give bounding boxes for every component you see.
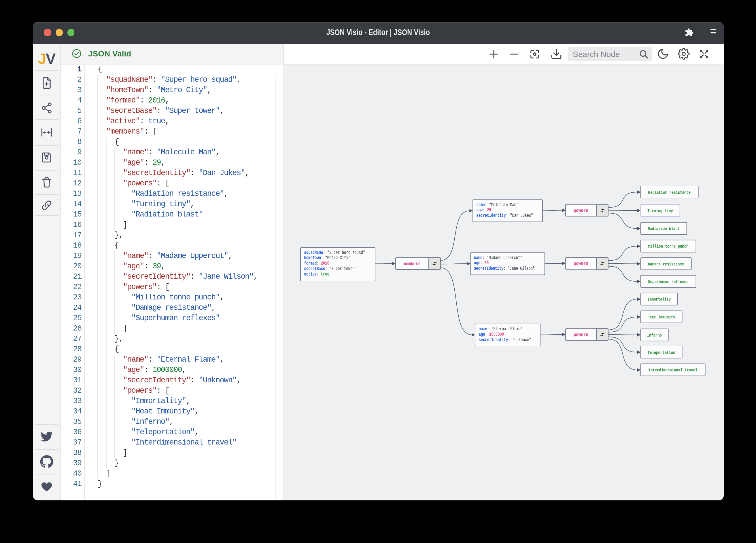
svg-text:Radiation resistance: Radiation resistance [648, 190, 691, 195]
svg-text:name: "Madame Uppercut": name: "Madame Uppercut" [474, 255, 522, 260]
svg-text:formed: 2016: formed: 2016 [304, 261, 329, 266]
svg-text:powers: powers [574, 332, 588, 337]
svg-text:age: 29: age: 29 [477, 207, 491, 213]
svg-text:Superhuman reflexes: Superhuman reflexes [648, 279, 688, 284]
svg-text:age: 1000000: age: 1000000 [479, 332, 504, 337]
svg-text:Turning tiny: Turning tiny [647, 208, 673, 213]
svg-text:Damage resistance: Damage resistance [648, 262, 684, 267]
svg-text:homeTown: "Metro City": homeTown: "Metro City" [304, 255, 350, 260]
svg-text:secretIdentity: "Dan Jukes": secretIdentity: "Dan Jukes" [477, 213, 533, 218]
svg-text:name: "Eternal Flame": name: "Eternal Flame" [479, 326, 523, 331]
svg-text:Interdimensional travel: Interdimensional travel [649, 367, 698, 372]
svg-text:secretIdentity: "Unknown": secretIdentity: "Unknown" [479, 337, 531, 342]
svg-text:Immortality: Immortality [647, 296, 671, 302]
svg-text:age: 39: age: 39 [474, 260, 489, 266]
svg-text:active: true: active: true [304, 272, 329, 277]
svg-text:members: members [403, 261, 421, 266]
svg-text:powers: powers [574, 261, 588, 266]
svg-text:Heat Immunity: Heat Immunity [648, 314, 675, 319]
svg-text:Inferno: Inferno [647, 332, 662, 338]
svg-text:squadName: "Super hero squad": squadName: "Super hero squad" [304, 250, 365, 255]
svg-text:secretIdentity: "Jane Wilson": secretIdentity: "Jane Wilson" [474, 266, 535, 271]
svg-text:name: "Molecule Man": name: "Molecule Man" [477, 202, 519, 207]
svg-text:Radiation blast: Radiation blast [648, 226, 680, 231]
svg-text:Million tonne punch: Million tonne punch [648, 244, 688, 249]
svg-text:Teleportation: Teleportation [648, 350, 675, 355]
svg-text:powers: powers [574, 208, 588, 213]
svg-text:secretBase: "Super tower": secretBase: "Super tower" [304, 266, 357, 271]
